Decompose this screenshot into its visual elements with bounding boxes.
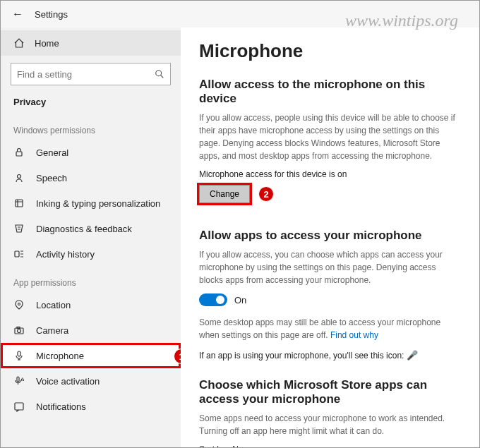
sidebar-item-label: Voice activation: [36, 376, 100, 387]
in-use-note: If an app is using your microphone, you'…: [199, 349, 461, 363]
sidebar-item-label: Microphone: [36, 351, 84, 361]
device-access-status: Microphone access for this device is on: [199, 169, 461, 179]
section-desc-app-access: If you allow access, you can choose whic…: [199, 248, 461, 286]
sidebar-item-speech[interactable]: Speech: [1, 165, 181, 190]
history-icon: [13, 248, 26, 260]
window-titlebar: ← Settings: [1, 1, 479, 28]
sort-row[interactable]: Sort by: Name ⌄: [199, 444, 461, 448]
section-heading-store-apps: Choose which Microsoft Store apps can ac…: [199, 378, 461, 406]
back-button[interactable]: ←: [12, 8, 23, 20]
toggle-label: On: [234, 295, 246, 305]
svg-rect-2: [16, 152, 22, 156]
inking-icon: [13, 198, 26, 209]
svg-rect-4: [16, 200, 23, 207]
sidebar-home-label: Home: [35, 38, 59, 49]
sidebar-item-general[interactable]: General: [1, 140, 181, 165]
sidebar-item-inking[interactable]: Inking & typing personalization: [1, 190, 181, 216]
svg-rect-5: [15, 251, 19, 257]
annotation-badge-2: 2: [258, 186, 274, 202]
voice-icon: [13, 375, 26, 387]
sidebar-item-label: Speech: [36, 173, 67, 183]
group-label-app-permissions: App permissions: [1, 267, 181, 292]
svg-rect-11: [17, 377, 19, 382]
diagnostics-icon: [13, 223, 26, 234]
section-desc-device-access: If you allow access, people using this d…: [199, 111, 461, 162]
sidebar-item-notifications[interactable]: Notifications: [1, 394, 181, 419]
microphone-icon: [13, 350, 26, 361]
chevron-down-icon: ⌄: [259, 444, 266, 448]
svg-point-0: [156, 71, 162, 76]
sidebar-item-label: Notifications: [36, 401, 86, 412]
sort-label: Sort by:: [199, 444, 228, 448]
sidebar-item-activity-history[interactable]: Activity history: [1, 241, 181, 267]
svg-rect-12: [15, 403, 23, 410]
svg-rect-10: [18, 351, 20, 356]
annotation-badge-1: 1: [174, 349, 181, 364]
sort-value: Name: [232, 444, 255, 448]
sidebar-item-label: Inking & typing personalization: [36, 198, 160, 209]
page-title: Microphone: [199, 40, 461, 62]
sidebar-item-label: Location: [36, 300, 71, 310]
search-box[interactable]: [11, 63, 171, 85]
sidebar-item-voice-activation[interactable]: Voice activation: [1, 368, 181, 394]
sidebar-item-camera[interactable]: Camera: [1, 317, 181, 343]
window-title: Settings: [35, 9, 68, 20]
home-icon: [13, 37, 25, 49]
svg-point-6: [18, 303, 20, 305]
sidebar-item-microphone[interactable]: Microphone 1: [1, 343, 181, 368]
current-section: Privacy: [1, 90, 181, 114]
svg-point-3: [18, 175, 21, 178]
desktop-note: Some desktop apps may still be able to a…: [199, 316, 461, 341]
mic-in-use-icon: 🎤: [407, 350, 418, 361]
sidebar-item-location[interactable]: Location: [1, 292, 181, 317]
sidebar-item-label: Activity history: [36, 249, 95, 260]
sidebar: Home Privacy Windows permissions General…: [1, 28, 181, 447]
svg-line-1: [161, 75, 164, 78]
search-input[interactable]: [17, 69, 155, 80]
svg-point-8: [18, 329, 21, 333]
location-icon: [13, 299, 26, 310]
sidebar-item-label: Camera: [36, 325, 68, 336]
camera-icon: [13, 325, 26, 336]
search-icon: [155, 69, 164, 79]
sidebar-item-diagnostics[interactable]: Diagnostics & feedback: [1, 216, 181, 241]
speech-icon: [13, 172, 26, 183]
change-button[interactable]: Change: [199, 185, 250, 203]
sidebar-item-label: General: [36, 147, 68, 158]
sidebar-item-label: Diagnostics & feedback: [36, 224, 132, 234]
content-area: Microphone Allow access to the microphon…: [181, 28, 479, 447]
sidebar-home[interactable]: Home: [1, 30, 181, 56]
group-label-windows-permissions: Windows permissions: [1, 114, 181, 140]
notifications-icon: [13, 401, 26, 412]
app-access-toggle[interactable]: [199, 293, 227, 306]
find-out-why-link[interactable]: Find out why: [330, 330, 378, 340]
section-heading-app-access: Allow apps to access your microphone: [199, 229, 461, 243]
section-desc-store-apps: Some apps need to access your microphone…: [199, 412, 461, 437]
section-heading-device-access: Allow access to the microphone on this d…: [199, 78, 461, 106]
lock-icon: [13, 147, 26, 158]
